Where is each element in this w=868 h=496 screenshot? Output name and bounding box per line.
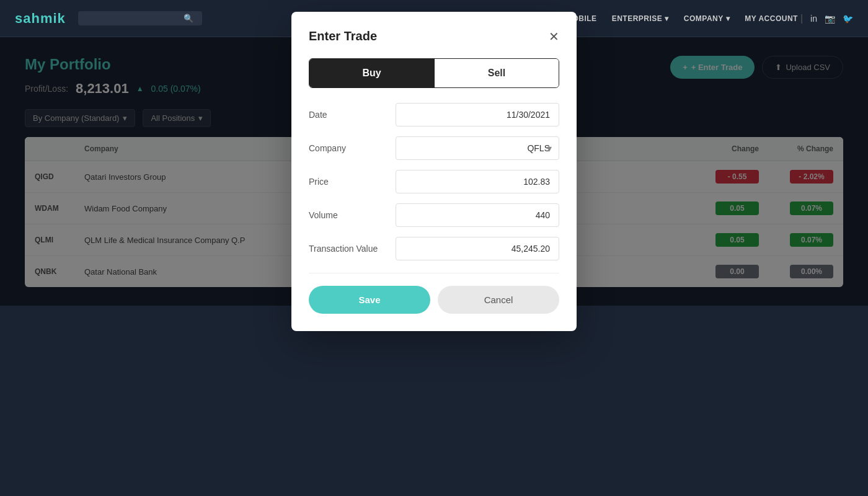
price-field: Price [309,170,559,193]
main-content: My Portfolio Profit/Loss: 8,213.01 ▲ 0.0… [0,37,868,306]
modal-actions: Save Cancel [309,286,559,314]
search-icon: 🔍 [184,14,193,23]
sell-button[interactable]: Sell [434,59,559,87]
search-bar[interactable]: 🔍 [78,11,202,25]
volume-field: Volume [309,203,559,227]
date-label: Date [309,110,396,120]
buy-button[interactable]: Buy [309,59,434,87]
company-select-wrapper: QFLS QIGD WDAM QLMI QNBK [396,136,559,160]
volume-label: Volume [309,210,396,220]
transaction-label: Transaction Value [309,244,396,254]
company-select[interactable]: QFLS QIGD WDAM QLMI QNBK [396,136,559,160]
nav-divider: | [800,13,803,24]
search-input[interactable] [84,14,184,23]
transaction-input[interactable] [396,237,559,260]
enter-trade-modal: Enter Trade ✕ Buy Sell Date Company QFLS [291,12,577,331]
modal-title: Enter Trade [309,29,377,43]
app-logo: sahmik [15,11,66,27]
cancel-button[interactable]: Cancel [438,286,559,314]
company-label: Company [309,143,396,153]
chevron-down-icon: ▾ [665,14,669,23]
volume-input[interactable] [396,203,559,227]
chevron-down-icon: ▾ [726,14,730,23]
nav-enterprise[interactable]: ENTERPRISE ▾ [612,14,669,23]
nav-company[interactable]: COMPANY ▾ [684,14,730,23]
save-button[interactable]: Save [309,286,430,314]
price-label: Price [309,177,396,187]
modal-overlay: Enter Trade ✕ Buy Sell Date Company QFLS [0,37,868,306]
company-field: Company QFLS QIGD WDAM QLMI QNBK [309,136,559,160]
social-links: in 📷 🐦 [810,14,853,24]
twitter-icon[interactable]: 🐦 [843,14,853,24]
date-input[interactable] [396,103,559,126]
nav-myaccount[interactable]: MY ACCOUNT [745,14,798,23]
instagram-icon[interactable]: 📷 [825,14,835,24]
linkedin-icon[interactable]: in [810,14,817,24]
modal-close-button[interactable]: ✕ [549,30,559,43]
modal-divider [309,273,559,273]
price-input[interactable] [396,170,559,193]
trade-toggle: Buy Sell [309,58,559,88]
transaction-field: Transaction Value [309,237,559,260]
date-field: Date [309,103,559,126]
modal-header: Enter Trade ✕ [309,29,559,43]
